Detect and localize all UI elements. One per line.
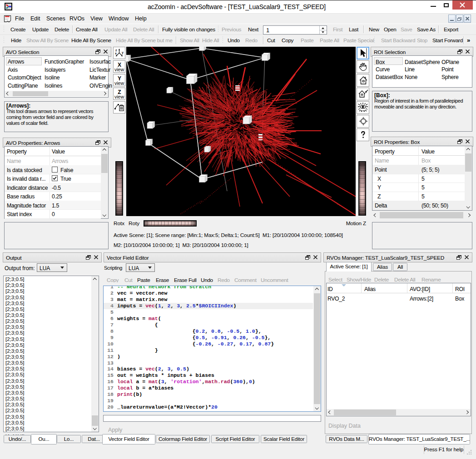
- svg-text:y: y: [122, 51, 124, 54]
- svg-text:x: x: [115, 52, 117, 55]
